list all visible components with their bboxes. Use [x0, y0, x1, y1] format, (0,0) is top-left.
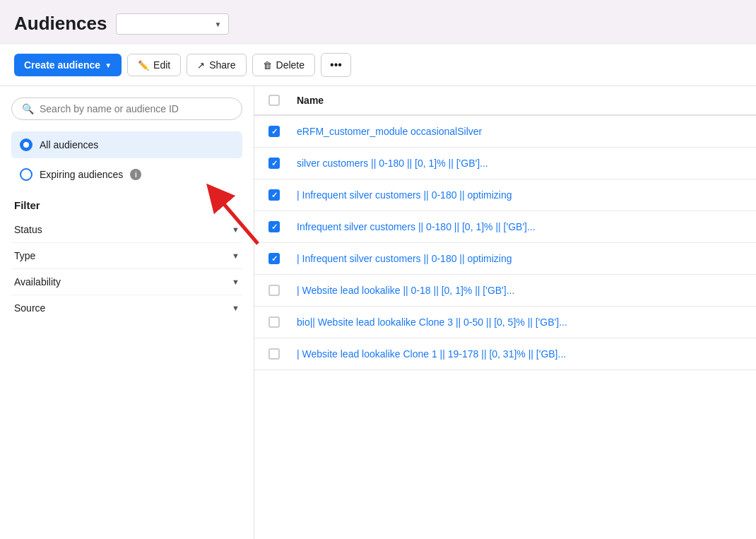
table-row: | Website lead lookalike Clone 1 || 19-1…: [254, 338, 756, 370]
select-all-checkbox[interactable]: [268, 95, 280, 106]
create-dropdown-icon: ▼: [105, 61, 112, 69]
create-audience-label: Create audience: [24, 59, 100, 71]
row-0-name[interactable]: eRFM_customer_module occasionalSilver: [297, 126, 482, 137]
filter-section: Filter Status ▼ Type ▼ Availability ▼ So…: [11, 199, 242, 321]
row-0-checkbox[interactable]: [268, 126, 280, 137]
expiring-audiences-option[interactable]: Expiring audiences i: [11, 161, 242, 188]
row-4-name[interactable]: | Infrequent silver customers || 0-180 |…: [297, 253, 512, 264]
filter-source[interactable]: Source ▼: [11, 295, 242, 321]
filter-availability-chevron: ▼: [232, 278, 240, 286]
row-1-checkbox-wrapper[interactable]: [268, 158, 297, 169]
row-7-checkbox[interactable]: [268, 348, 280, 360]
header-dropdown-wrapper[interactable]: [116, 13, 229, 35]
row-3-checkbox[interactable]: [268, 221, 280, 232]
row-5-checkbox[interactable]: [268, 285, 280, 296]
filter-source-label: Source: [14, 302, 45, 314]
delete-label: Delete: [276, 59, 305, 71]
filter-type-chevron: ▼: [232, 251, 240, 260]
table-row: | Infrequent silver customers || 0-180 |…: [254, 243, 756, 275]
row-1-name[interactable]: silver customers || 0-180 || [0, 1]% || …: [297, 158, 488, 169]
filter-availability-label: Availability: [14, 276, 61, 288]
page-title: Audiences: [14, 13, 107, 35]
filter-type[interactable]: Type ▼: [11, 243, 242, 269]
sidebar: 🔍 All audiences Expiring audiences i Fil…: [0, 86, 254, 539]
row-4-checkbox[interactable]: [268, 253, 280, 264]
filter-type-label: Type: [14, 250, 35, 261]
share-label: Share: [209, 59, 235, 71]
page-header: Audiences: [0, 0, 756, 45]
row-2-name[interactable]: | Infrequent silver customers || 0-180 |…: [297, 189, 512, 201]
row-2-checkbox-wrapper[interactable]: [268, 189, 297, 201]
delete-button[interactable]: 🗑 Delete: [252, 54, 315, 76]
toolbar: Create audience ▼ ✏️ Edit ↗ Share 🗑 Dele…: [0, 45, 756, 86]
row-0-checkbox-wrapper[interactable]: [268, 126, 297, 137]
row-6-checkbox-wrapper[interactable]: [268, 316, 297, 328]
expiring-audiences-label: Expiring audiences: [40, 169, 123, 180]
search-box[interactable]: 🔍: [11, 97, 242, 120]
table-area: Name eRFM_customer_module occasionalSilv…: [254, 86, 756, 539]
share-icon: ↗: [197, 60, 205, 71]
filter-status-chevron: ▼: [232, 225, 240, 234]
row-5-name[interactable]: | Website lead lookalike || 0-18 || [0, …: [297, 285, 514, 296]
filter-status[interactable]: Status ▼: [11, 217, 242, 243]
delete-icon: 🗑: [263, 60, 272, 71]
table-row: eRFM_customer_module occasionalSilver: [254, 116, 756, 148]
create-audience-button[interactable]: Create audience ▼: [14, 54, 122, 76]
more-button[interactable]: •••: [321, 53, 351, 77]
expiring-audiences-radio: [20, 168, 33, 181]
table-row: bio|| Website lead lookalike Clone 3 || …: [254, 307, 756, 338]
row-6-name[interactable]: bio|| Website lead lookalike Clone 3 || …: [297, 316, 567, 328]
col-name-header: Name: [297, 95, 324, 106]
all-audiences-radio: [20, 138, 33, 151]
row-4-checkbox-wrapper[interactable]: [268, 253, 297, 264]
edit-label: Edit: [153, 59, 170, 71]
search-input[interactable]: [40, 103, 232, 114]
share-button[interactable]: ↗ Share: [187, 54, 246, 76]
filter-status-label: Status: [14, 224, 42, 235]
table-row: | Infrequent silver customers || 0-180 |…: [254, 179, 756, 211]
main-content: 🔍 All audiences Expiring audiences i Fil…: [0, 86, 756, 539]
filter-availability[interactable]: Availability ▼: [11, 269, 242, 295]
row-3-checkbox-wrapper[interactable]: [268, 221, 297, 232]
edit-button[interactable]: ✏️ Edit: [127, 54, 181, 76]
table-row: Infrequent silver customers || 0-180 || …: [254, 211, 756, 243]
table-row: | Website lead lookalike || 0-18 || [0, …: [254, 275, 756, 307]
select-all-wrapper[interactable]: [268, 95, 297, 106]
filter-title: Filter: [11, 199, 242, 211]
header-dropdown[interactable]: [116, 13, 229, 35]
edit-icon: ✏️: [138, 60, 149, 71]
search-icon: 🔍: [22, 103, 34, 114]
expiring-info-icon[interactable]: i: [130, 169, 141, 180]
all-audiences-option[interactable]: All audiences: [11, 131, 242, 158]
row-7-checkbox-wrapper[interactable]: [268, 348, 297, 360]
row-6-checkbox[interactable]: [268, 316, 280, 328]
row-3-name[interactable]: Infrequent silver customers || 0-180 || …: [297, 221, 536, 232]
row-7-name[interactable]: | Website lead lookalike Clone 1 || 19-1…: [297, 348, 566, 360]
filter-source-chevron: ▼: [232, 304, 240, 312]
row-5-checkbox-wrapper[interactable]: [268, 285, 297, 296]
table-row: silver customers || 0-180 || [0, 1]% || …: [254, 148, 756, 179]
row-1-checkbox[interactable]: [268, 158, 280, 169]
more-label: •••: [330, 59, 342, 71]
table-header: Name: [254, 86, 756, 116]
all-audiences-label: All audiences: [40, 139, 98, 150]
row-2-checkbox[interactable]: [268, 189, 280, 201]
